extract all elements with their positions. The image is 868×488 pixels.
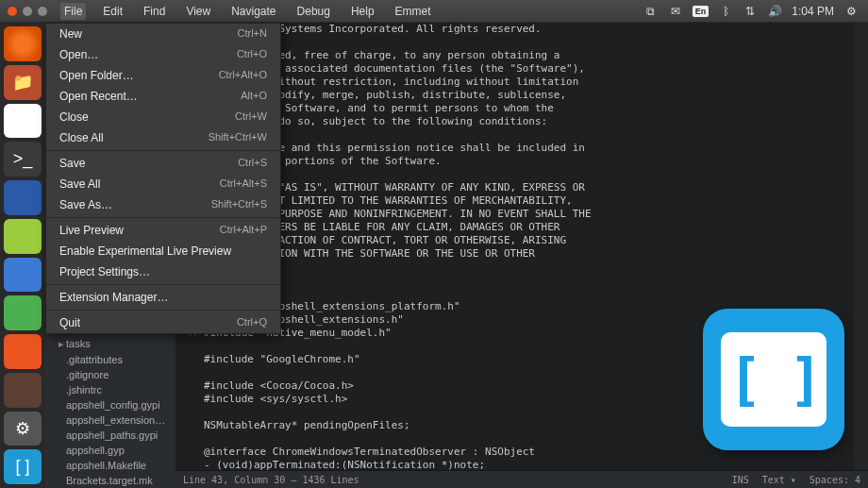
launcher-studio-icon[interactable]: [4, 219, 42, 254]
clock[interactable]: 1:04 PM: [792, 5, 834, 18]
sidebar-item[interactable]: appshell_config.gypi: [45, 397, 175, 412]
menu-item-open-folder[interactable]: Open Folder…Ctrl+Alt+O: [46, 65, 280, 86]
sidebar-item[interactable]: Brackets.target.mk: [45, 473, 175, 488]
launcher-writer-icon[interactable]: [4, 258, 42, 293]
launcher-settings-icon[interactable]: ⚙: [4, 412, 42, 446]
menu-item-enable-experimental-live-preview[interactable]: Enable Experimental Live Preview: [46, 241, 280, 261]
sidebar-item[interactable]: .gitattributes: [45, 352, 175, 367]
launcher-firefox-icon[interactable]: [4, 180, 42, 215]
sidebar-item[interactable]: .jshintrc: [45, 382, 175, 397]
menu-view[interactable]: View: [182, 3, 214, 20]
menu-item-open-recent[interactable]: Open Recent…Alt+O: [46, 86, 280, 107]
language-mode-dropdown[interactable]: Text ▾: [762, 475, 796, 485]
menu-emmet[interactable]: Emmet: [392, 3, 435, 20]
menu-item-new[interactable]: NewCtrl+N: [46, 24, 280, 44]
launcher-preview-icon[interactable]: [4, 373, 42, 408]
launcher-calc-icon[interactable]: [4, 295, 42, 330]
network-icon[interactable]: ⇅: [743, 4, 758, 19]
dropbox-icon[interactable]: ⧉: [643, 4, 659, 19]
menu-item-live-preview[interactable]: Live PreviewCtrl+Alt+P: [46, 220, 280, 241]
menu-item-save[interactable]: SaveCtrl+S: [46, 153, 280, 174]
bluetooth-icon[interactable]: ᛒ: [718, 4, 733, 19]
launcher-term-icon[interactable]: >_: [4, 142, 42, 177]
close-window-button[interactable]: [8, 7, 17, 16]
minimize-window-button[interactable]: [23, 7, 32, 16]
launcher-brackets-icon[interactable]: [ ]: [4, 449, 42, 484]
status-bar: Line 43, Column 30 — 1436 Lines INS Text…: [175, 470, 868, 488]
menu-find[interactable]: Find: [140, 3, 169, 20]
insert-mode-indicator[interactable]: INS: [732, 475, 749, 485]
sidebar-item[interactable]: appshell_paths.gypi: [45, 428, 175, 443]
menu-separator: [46, 150, 280, 151]
launcher-files-icon[interactable]: 📁: [4, 65, 42, 100]
menu-item-close[interactable]: CloseCtrl+W: [46, 107, 280, 127]
menu-edit[interactable]: Edit: [99, 3, 126, 20]
indent-settings[interactable]: Spaces: 4: [810, 475, 860, 485]
sidebar-item[interactable]: .gitignore: [45, 367, 175, 382]
menu-separator: [46, 284, 280, 285]
launcher-chrome-icon[interactable]: [4, 104, 42, 139]
menu-separator: [46, 310, 280, 311]
menu-separator: [46, 217, 280, 218]
sidebar-item[interactable]: appshell.Makefile: [45, 458, 175, 473]
system-indicators: ⧉ ✉ En ᛒ ⇅ 🔊 1:04 PM ⚙: [643, 4, 868, 19]
launcher-ubuntu-icon[interactable]: [4, 26, 42, 61]
menu-debug[interactable]: Debug: [293, 3, 334, 20]
sidebar-item[interactable]: appshell_extensions_js.o: [45, 412, 175, 428]
volume-icon[interactable]: 🔊: [767, 4, 782, 19]
menu-item-quit[interactable]: QuitCtrl+Q: [46, 312, 280, 333]
cursor-position: Line 43, Column 30 — 1436 Lines: [183, 475, 359, 485]
menu-item-project-settings[interactable]: Project Settings…: [46, 261, 280, 282]
unity-launcher: 📁>_⚙[ ]: [0, 23, 45, 488]
menu-item-open[interactable]: Open…Ctrl+O: [46, 44, 280, 65]
system-menubar: FileEditFindViewNavigateDebugHelpEmmet ⧉…: [0, 0, 868, 23]
menu-item-extension-manager[interactable]: Extension Manager…: [46, 287, 280, 308]
menu-item-save-as[interactable]: Save As…Shift+Ctrl+S: [46, 194, 280, 215]
sidebar-item[interactable]: ▸tasks: [45, 336, 175, 352]
menu-file[interactable]: File: [60, 3, 86, 20]
window-controls: [0, 7, 55, 16]
keyboard-layout-indicator[interactable]: En: [693, 6, 709, 17]
vertical-scrollbar[interactable]: [854, 23, 868, 470]
app-menubar: FileEditFindViewNavigateDebugHelpEmmet: [55, 3, 435, 20]
session-gear-icon[interactable]: ⚙: [843, 4, 859, 19]
menu-navigate[interactable]: Navigate: [227, 3, 279, 20]
menu-help[interactable]: Help: [347, 3, 378, 20]
messaging-icon[interactable]: ✉: [668, 4, 683, 19]
menu-item-save-all[interactable]: Save AllCtrl+Alt+S: [46, 174, 280, 194]
maximize-window-button[interactable]: [38, 7, 47, 16]
file-menu-dropdown: NewCtrl+NOpen…Ctrl+OOpen Folder…Ctrl+Alt…: [45, 23, 281, 334]
menu-item-close-all[interactable]: Close AllShift+Ctrl+W: [46, 127, 280, 148]
launcher-impress-icon[interactable]: [4, 334, 42, 369]
brackets-logo-overlay: [ ]: [703, 309, 844, 450]
sidebar-item[interactable]: appshell.gyp: [45, 443, 175, 458]
